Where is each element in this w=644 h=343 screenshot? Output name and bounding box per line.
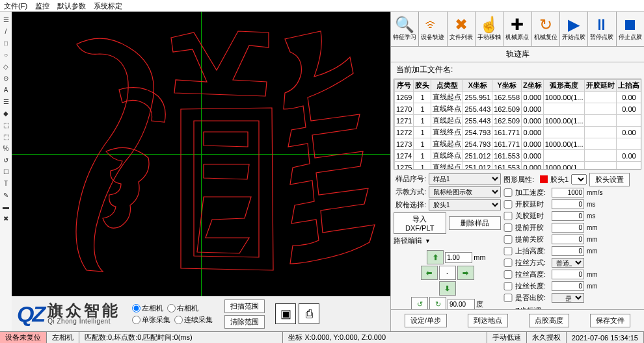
nav-center-button[interactable]: · [439,266,456,280]
tool-13[interactable]: ☐ [1,168,10,177]
single-capture-radio[interactable]: 单张采集 [132,315,170,325]
foot-btn-3[interactable]: 保存文件 [590,314,630,327]
param-input[interactable] [552,199,584,209]
table-header[interactable]: 上抬高 [617,80,641,92]
param-row: 拉丝高度:mm [503,268,641,280]
foot-btn-1[interactable]: 到达地点 [468,314,508,327]
tool-3[interactable]: ○ [1,51,10,60]
shape-attr-label: 图形属性: [503,175,537,184]
table-header[interactable]: 点类型 [431,80,463,92]
tool-1[interactable]: / [1,27,10,36]
head-settings-button[interactable]: 胶头设置 [589,173,630,186]
param-input[interactable] [552,211,584,221]
tool-15[interactable]: ✎ [1,191,10,200]
menu-calib[interactable]: 系统标定 [94,1,122,10]
right-cam-radio[interactable]: 右相机 [167,303,198,313]
table-header[interactable]: 胶头 [414,80,431,92]
menu-file[interactable]: 文件(F) [4,1,27,10]
left-cam-radio[interactable]: 左相机 [132,303,163,313]
toolbar-btn-1[interactable]: ᯤ设备轨迹 [419,12,447,46]
menu-monitor[interactable]: 监控 [35,1,49,10]
table-header[interactable]: Y坐标 [492,80,522,92]
param-input[interactable] [552,246,584,256]
toolbar-btn-6[interactable]: ▶开始点胶 [560,12,588,46]
bounds-icon[interactable]: ▣ [275,303,296,324]
param-checkbox[interactable] [503,212,513,220]
tool-9[interactable]: ⬚ [1,121,10,130]
param-checkbox[interactable] [503,294,513,302]
nav-down-button[interactable]: ⬇ [439,281,456,296]
param-select[interactable]: 普通上抬 [552,258,584,268]
table-row[interactable]: 12691直线起点255.951162.5580.0001000.00(1...… [395,92,641,103]
table-row[interactable]: 12751直线起点251.012161.5530.0001000.00(1... [395,162,641,170]
param-input[interactable] [552,235,584,244]
toolbar-btn-4[interactable]: ✚机械原点 [503,12,531,46]
cont-capture-radio[interactable]: 连续采集 [174,315,213,325]
rotate-ccw-button[interactable]: ↺ [411,297,428,309]
scan-outline-button[interactable]: 扫描范围 [224,299,265,313]
table-header[interactable]: Z坐标 [522,80,544,92]
param-checkbox[interactable] [503,223,513,232]
table-row[interactable]: 12711直线起点255.443162.5090.0001000.00(1... [395,115,641,127]
param-input[interactable] [552,223,584,233]
menu-defaults[interactable]: 默认参数 [57,1,86,10]
teach-mode-select[interactable]: 鼠标绘图示教 [429,186,501,197]
tool-8[interactable]: ◆ [1,109,10,118]
table-header[interactable]: X坐标 [463,80,492,92]
param-input[interactable] [552,188,584,197]
table-header[interactable]: 序号 [395,80,414,92]
table-row[interactable]: 12741直线终点251.012161.5530.0000.00 [395,150,641,162]
param-input[interactable] [552,270,584,279]
table-row[interactable]: 12701直线终点255.443162.5090.0000.00 [395,103,641,115]
toolbar-btn-2[interactable]: ✖文件列表 [448,12,476,46]
tool-12[interactable]: ↺ [1,156,10,165]
tool-2[interactable]: □ [1,39,10,48]
foot-btn-2[interactable]: 点胶高度 [529,314,569,327]
tool-10[interactable]: ⬚ [1,133,10,142]
angle-input[interactable] [448,299,475,310]
param-checkbox[interactable] [503,247,513,255]
tool-14[interactable]: T [1,179,10,188]
param-checkbox[interactable] [503,200,513,209]
toolbar-btn-5[interactable]: ↻机械复位 [532,12,560,46]
foot-btn-0[interactable]: 设定/单步 [405,314,447,327]
tool-16[interactable]: ▬ [1,203,10,212]
toolbar-btn-8[interactable]: ⏹停止点胶 [617,12,644,46]
param-checkbox[interactable] [503,259,513,267]
shape-attr-select[interactable] [571,174,587,184]
table-header[interactable]: 弧形高度 [543,80,585,92]
brand-logo: QZ 旗众智能 Qi Zhong Intelligent [17,301,120,327]
delete-sample-button[interactable]: 删除样品 [449,216,502,230]
tool-6[interactable]: A [1,86,10,95]
table-row[interactable]: 12731直线起点254.793161.7710.0001000.00(1... [395,138,641,150]
table-header[interactable]: 开胶延时 [585,80,617,92]
param-select[interactable]: 是 [552,293,584,303]
tool-0[interactable]: ☰ [1,16,10,25]
scan-icon[interactable]: ⎙ [299,303,319,324]
tool-17[interactable]: ✖ [1,214,10,223]
param-checkbox[interactable] [503,282,513,290]
param-checkbox[interactable] [503,270,513,279]
rotate-cw-button[interactable]: ↻ [429,297,446,309]
sample-seq-select[interactable]: 样品1 [429,173,501,184]
param-input[interactable] [552,281,584,291]
toolbar-btn-0[interactable]: 🔍特征学习 [391,12,419,46]
tool-5[interactable]: ⊙ [1,74,10,83]
clear-outline-button[interactable]: 清除范围 [224,315,265,329]
nav-left-button[interactable]: ⬅ [421,266,438,280]
tool-7[interactable]: ☰ [1,97,10,107]
table-row[interactable]: 12721直线终点254.793161.7710.0000.00 [395,127,641,138]
toolbar-btn-3[interactable]: ☝手动移轴 [476,12,503,46]
tool-11[interactable]: % [1,144,10,153]
nav-up-button[interactable]: ⬆ [427,250,444,264]
import-dxf-button[interactable]: 导入DXF/PLT [394,212,446,234]
glue-sel-select[interactable]: 胶头1 [429,199,501,210]
param-checkbox[interactable] [503,235,513,244]
tool-4[interactable]: ◇ [1,62,10,71]
drawing-canvas[interactable] [12,12,390,296]
param-checkbox[interactable] [503,188,513,197]
trajectory-table[interactable]: 序号胶头点类型X坐标Y坐标Z坐标弧形高度开胶延时上抬高12691直线起点255.… [394,79,641,170]
toolbar-btn-7[interactable]: ⏸暂停点胶 [588,12,616,46]
nav-right-button[interactable]: ➡ [457,266,474,280]
step-input[interactable] [445,252,472,263]
